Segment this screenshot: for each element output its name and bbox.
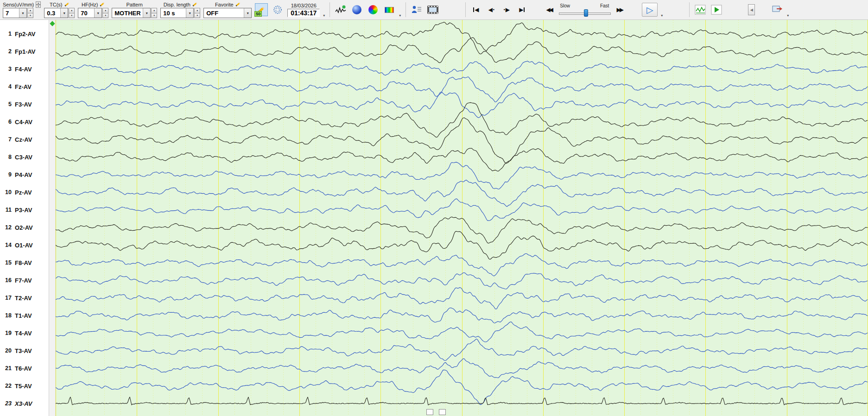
- trend-chart-button[interactable]: [694, 3, 707, 16]
- hf-edit-pencil-icon[interactable]: [100, 2, 105, 6]
- favorite-select[interactable]: OFF ▼: [203, 8, 252, 18]
- channel-name: T2-AV: [15, 295, 32, 302]
- hscroll-left-button[interactable]: [426, 409, 433, 415]
- jump-end-icon: [524, 7, 525, 12]
- channel-label-O1-AV[interactable]: 14O1-AV: [0, 241, 49, 249]
- sens-quick-spinner[interactable]: ▲▼: [36, 1, 41, 8]
- channel-label-F8-AV[interactable]: 15F8-AV: [0, 258, 49, 267]
- channel-label-C3-AV[interactable]: 8C3-AV: [0, 153, 49, 161]
- waveform-map-button[interactable]: [334, 3, 347, 16]
- tc-select[interactable]: 0.3 ▼: [44, 8, 68, 18]
- tc-dropdown-arrow-icon[interactable]: ▼: [60, 8, 68, 18]
- play-dropdown-arrow-icon[interactable]: ▾: [661, 13, 663, 19]
- channel-name: F4-AV: [15, 66, 32, 73]
- hscroll-right-button[interactable]: [439, 409, 446, 415]
- rewind-button[interactable]: ◀◀: [544, 4, 556, 15]
- green-play-button[interactable]: [710, 3, 723, 16]
- jump-start-icon: [473, 7, 474, 12]
- channel-name: T1-AV: [15, 312, 32, 319]
- channel-label-T6-AV[interactable]: 21T6-AV: [0, 364, 49, 372]
- channel-label-O2-AV[interactable]: 12O2-AV: [0, 223, 49, 232]
- channel-label-P4-AV[interactable]: 9P4-AV: [0, 170, 49, 179]
- display-length-edit-pencil-icon[interactable]: [192, 2, 197, 6]
- channel-label-T5-AV[interactable]: 22T5-AV: [0, 382, 49, 390]
- tc-edit-pencil-icon[interactable]: [64, 2, 69, 6]
- pattern-select[interactable]: MOTHER ▼: [112, 8, 151, 18]
- exit-dropdown-arrow-icon[interactable]: ▾: [787, 13, 789, 19]
- rainbow-sphere-icon: [368, 5, 378, 14]
- channel-label-P3-AV[interactable]: 11P3-AV: [0, 206, 49, 214]
- channel-label-Cz-AV[interactable]: 7Cz-AV: [0, 135, 49, 144]
- exit-review-button[interactable]: [771, 3, 784, 16]
- content-area: 1Fp2-AV2Fp1-AV3F4-AV4Fz-AV5F3-AV6C4-AV7C…: [0, 20, 868, 416]
- display-length-spinner[interactable]: ▲▼: [194, 8, 200, 18]
- sens-dropdown-arrow-icon[interactable]: ▼: [19, 8, 26, 18]
- sens-control: Sens(uV/mm) ▲▼ 7 ▼ ▲▼: [3, 1, 41, 19]
- montage-map-button[interactable]: [271, 3, 284, 16]
- display-length-select[interactable]: 10 s ▼: [160, 8, 194, 18]
- channel-number: 6: [0, 119, 12, 125]
- favorite-control: Favorite OFF ▼: [203, 1, 252, 19]
- sens-spinner[interactable]: ▲▼: [27, 8, 33, 18]
- datetime-dropdown-arrow-icon[interactable]: ▾: [323, 13, 325, 19]
- eeg-trace-area[interactable]: [56, 20, 868, 416]
- channel-name: O2-AV: [15, 224, 33, 231]
- channel-label-X3-AV[interactable]: 23X3-AV: [0, 399, 49, 408]
- map-group-dropdown-arrow-icon[interactable]: ▾: [399, 13, 401, 19]
- speed-slider-control: Slow Fast: [559, 3, 611, 17]
- favorite-edit-pencil-icon[interactable]: [235, 2, 240, 6]
- channel-name: F8-AV: [15, 259, 32, 266]
- channel-label-T3-AV[interactable]: 20T3-AV: [0, 347, 49, 355]
- hf-spinner[interactable]: ▲▼: [102, 8, 108, 18]
- display-length-dropdown-arrow-icon[interactable]: ▼: [186, 8, 193, 18]
- channel-label-F7-AV[interactable]: 16F7-AV: [0, 276, 49, 284]
- play-button[interactable]: ▷: [642, 3, 658, 17]
- speed-slider-thumb[interactable]: [584, 9, 588, 17]
- tc-spinner[interactable]: ▲▼: [69, 8, 75, 18]
- favorite-label: Favorite: [215, 2, 234, 7]
- channel-label-Pz-AV[interactable]: 10Pz-AV: [0, 188, 49, 196]
- hf-label: HF(Hz): [82, 2, 98, 7]
- vertical-scrollbar[interactable]: [49, 20, 56, 416]
- tc-control: TC(s) 0.3 ▼ ▲▼: [44, 1, 75, 19]
- channel-label-F4-AV[interactable]: 3F4-AV: [0, 65, 49, 73]
- toolbar-spacer: [629, 1, 639, 19]
- hf-select[interactable]: 70 ▼: [78, 8, 102, 18]
- patient-info-button[interactable]: [410, 3, 423, 16]
- pattern-spinner[interactable]: ▲▼: [151, 8, 157, 18]
- channel-label-Fp2-AV[interactable]: 1Fp2-AV: [0, 30, 49, 38]
- favorite-dropdown-arrow-icon[interactable]: ▼: [244, 8, 251, 18]
- pen-badge: 50: [254, 11, 262, 17]
- jump-end-button[interactable]: ▶: [516, 4, 528, 15]
- collapse-panel-button[interactable]: ◀: [748, 4, 755, 15]
- colormap-button[interactable]: [383, 3, 396, 16]
- channel-label-C4-AV[interactable]: 6C4-AV: [0, 118, 49, 126]
- brain-map-rainbow-button[interactable]: [367, 3, 380, 16]
- pattern-dropdown-arrow-icon[interactable]: ▼: [143, 8, 150, 18]
- channel-label-T4-AV[interactable]: 19T4-AV: [0, 329, 49, 337]
- jump-start-button[interactable]: ◀: [470, 4, 482, 15]
- channel-label-Fp1-AV[interactable]: 2Fp1-AV: [0, 47, 49, 56]
- channel-name: C4-AV: [15, 119, 32, 126]
- step-back-button[interactable]: ◀•: [485, 4, 497, 15]
- channel-label-Fz-AV[interactable]: 4Fz-AV: [0, 82, 49, 91]
- brain-map-blue-button[interactable]: [350, 3, 363, 16]
- pattern-label: Pattern: [127, 2, 143, 7]
- hf-dropdown-arrow-icon[interactable]: ▼: [94, 8, 101, 18]
- event-marker-icon: [50, 21, 55, 26]
- channel-name: P4-AV: [15, 171, 32, 178]
- channel-number: 12: [0, 224, 12, 231]
- step-forward-button[interactable]: •▶: [501, 4, 513, 15]
- pen-tool-button[interactable]: 50: [255, 3, 268, 16]
- globe-icon: [273, 5, 282, 14]
- eeg-canvas[interactable]: [56, 20, 868, 416]
- fast-forward-button[interactable]: ▶▶: [614, 4, 626, 15]
- sens-select[interactable]: 7 ▼: [3, 8, 27, 18]
- speed-slider-track[interactable]: [559, 9, 611, 17]
- channel-label-T2-AV[interactable]: 17T2-AV: [0, 294, 49, 302]
- channel-name: P3-AV: [15, 207, 32, 214]
- channel-name: Cz-AV: [15, 136, 32, 143]
- channel-label-F3-AV[interactable]: 5F3-AV: [0, 100, 49, 108]
- video-button[interactable]: [426, 3, 439, 16]
- channel-label-T1-AV[interactable]: 18T1-AV: [0, 311, 49, 320]
